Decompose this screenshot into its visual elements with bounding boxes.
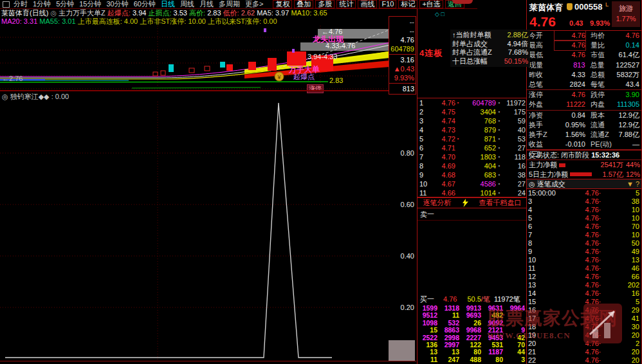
- tick-row: 184.76-30: [527, 323, 641, 331]
- tick-list-header[interactable]: ◎ 逐笔成交 ▼ ?: [527, 179, 641, 189]
- trade-status: 交易状态: 闭市阶段15:32:36: [527, 150, 641, 159]
- indicator-info-line-1: 莱茵体育(日线) ◎ 主力万手大单Z 起爆点: 3.94 止损点: 3.53 高…: [1, 9, 419, 17]
- indicator-value: 3.53: [174, 9, 189, 17]
- price-change-pct: 9.93%: [590, 19, 610, 27]
- last-price: 4.76: [529, 14, 556, 30]
- indicator-title[interactable]: ◎ 独钓寒江◆◆ : 0.00: [2, 92, 69, 102]
- price-change: 0.43: [569, 19, 583, 27]
- time-axis-line: [0, 361, 416, 361]
- toolbar-button-4[interactable]: 统计: [336, 0, 356, 8]
- period-tab-10[interactable]: 多周期: [219, 0, 240, 9]
- chart-expand-icons[interactable]: ◇ □: [435, 11, 445, 17]
- book-row[interactable]: 64.71652•27: [417, 143, 527, 152]
- mini-quote-value: --: [389, 26, 416, 35]
- tick-row: 134.76-202: [527, 281, 641, 289]
- collapse-tab[interactable]: [452, 0, 473, 4]
- indicator-value: 2.62: [241, 9, 257, 17]
- chart-annotation: 涨停: [307, 84, 324, 93]
- tick-row: 94.76-49: [527, 248, 641, 256]
- book-row[interactable]: 74.701803•118: [417, 152, 527, 161]
- stock-name: 莱茵体育: [529, 2, 563, 14]
- stock-header: 莱茵体育 000558 L 旅游 1.77% 4.76 0.43 9.93%: [527, 0, 641, 31]
- order-book-table: 14.76▪604789•1197224.753404•17534.74768•…: [417, 98, 527, 198]
- toolbar-button-8[interactable]: +自选: [419, 0, 443, 8]
- mini-quote-value: 813: [389, 84, 416, 93]
- toolbar-button-3[interactable]: 多股: [315, 0, 335, 8]
- book-row[interactable]: 34.74768•59: [417, 116, 527, 125]
- quote-row: 最低4.76市值61.4亿: [527, 50, 641, 60]
- period-tab-4[interactable]: 15分钟: [79, 0, 101, 9]
- buy-order-count: 11972笔: [494, 295, 520, 304]
- status-time: 15:32:36: [591, 151, 619, 159]
- tick-row: 44.76-10: [527, 206, 641, 214]
- depth-view-button[interactable]: 查看千档盘口: [479, 198, 522, 208]
- toolbar-button-2[interactable]: 叠加: [294, 0, 313, 8]
- indicator-value: 高价:: [189, 9, 207, 17]
- period-tab-7[interactable]: 日线: [161, 0, 175, 9]
- period-tab-8[interactable]: 周线: [180, 0, 194, 9]
- indicator-spike-line: [5, 103, 332, 358]
- top-toolbar: 分时1分钟5分钟15分钟30分钟60分钟日线周线月线多周期更多> 复权叠加多股统…: [0, 0, 477, 9]
- money-flow-row: 5日主力净额1.57亿12%: [527, 170, 641, 179]
- tick-analysis-button[interactable]: 逐笔分析: [423, 198, 452, 208]
- tick-row: 154.76-5: [527, 298, 641, 306]
- sector-box[interactable]: 旅游 1.77%: [612, 1, 640, 27]
- window-icon[interactable]: [3, 1, 10, 8]
- chart-annotation: 2.83: [329, 77, 343, 84]
- book-row[interactable]: 84.69404•16: [417, 161, 527, 170]
- indicator-value: MA5: 3.97: [257, 9, 291, 17]
- book-row[interactable]: 94.68683•38: [417, 170, 527, 179]
- scrollbar-thumb[interactable]: [389, 340, 415, 361]
- book-row[interactable]: 114.661014•24: [417, 188, 527, 197]
- quote-row: 总笔2824每笔43.4: [527, 80, 641, 90]
- tick-row: 84.76-50: [527, 239, 641, 248]
- indicator-axis-label: 0.40: [389, 252, 414, 260]
- toolbar-button-6[interactable]: F10: [379, 0, 396, 8]
- tick-row: 74.76-10: [527, 231, 641, 239]
- chart-annotation: 4.33-4.76: [326, 42, 355, 50]
- tick-row: 224.76-20: [527, 356, 641, 364]
- tick-row: 194.76-20: [527, 331, 641, 340]
- book-row[interactable]: 14.76▪604789•11972: [417, 98, 527, 107]
- mini-quote-value: ▲0.43: [389, 64, 416, 73]
- tick-row: 54.76-10: [527, 214, 641, 223]
- money-flow-section: 主力净额2541万44%5日主力净额1.57亿12%: [527, 159, 641, 179]
- indicator-value: 2.83: [207, 9, 223, 17]
- indicator-value: 上市最高连板: 4.00: [78, 17, 140, 25]
- quote-row: 现量813总量122527: [527, 60, 641, 70]
- indicator-panel[interactable]: [0, 102, 390, 361]
- buy-queue-row: 11247488803: [417, 356, 527, 363]
- period-tab-6[interactable]: 60分钟: [134, 0, 156, 9]
- buy-queue-grid: 1599131899139631996495121196934821098532…: [417, 305, 527, 363]
- book-row[interactable]: 54.72▪871•53: [417, 134, 527, 143]
- toolbar-button-1[interactable]: 复权: [273, 0, 292, 8]
- filter-icons[interactable]: ▼ ?: [627, 179, 639, 188]
- tick-list-title: ◎ 逐笔成交: [529, 179, 565, 188]
- period-tab-5[interactable]: 30分钟: [107, 0, 129, 9]
- chart-annotation: 起爆点: [293, 73, 315, 80]
- indicator-axis-label: 0.60: [389, 201, 414, 208]
- chart-annotation: ←2.76: [2, 75, 23, 82]
- tick-row: 124.76-66: [527, 273, 641, 281]
- tick-row: 64.76-70: [527, 223, 641, 231]
- tick-row: 34.76-38: [527, 197, 641, 206]
- quote-row: 涨停4.76跌停3.90: [527, 90, 641, 100]
- buy-one-label: 买一: [417, 295, 434, 304]
- period-tab-3[interactable]: 5分钟: [56, 0, 74, 9]
- quote-row: 最高4.76量比0.14: [527, 41, 641, 50]
- period-tab-2[interactable]: 1分钟: [33, 0, 51, 9]
- seal-info-row: ↑当前封单额2.88亿: [452, 31, 528, 40]
- toolbar-button-5[interactable]: 画线: [358, 0, 377, 8]
- book-row[interactable]: 24.753404•175: [417, 107, 527, 116]
- indicator-value: 起爆点:: [107, 9, 133, 17]
- indicator-value: MA20: 3.31: [1, 17, 39, 25]
- book-row[interactable]: 44.73879•40: [417, 125, 527, 134]
- panel-divider[interactable]: [0, 90, 416, 91]
- period-tab-1[interactable]: 分时: [14, 0, 28, 9]
- period-tab-11[interactable]: 更多>: [245, 0, 263, 9]
- book-row[interactable]: 104.674586•27: [417, 179, 527, 188]
- toolbar-button-7[interactable]: 标记: [398, 0, 417, 8]
- period-tab-9[interactable]: 月线: [199, 0, 214, 9]
- indicator-value: ◎: [50, 9, 59, 17]
- tick-row: 174.76-41: [527, 314, 641, 323]
